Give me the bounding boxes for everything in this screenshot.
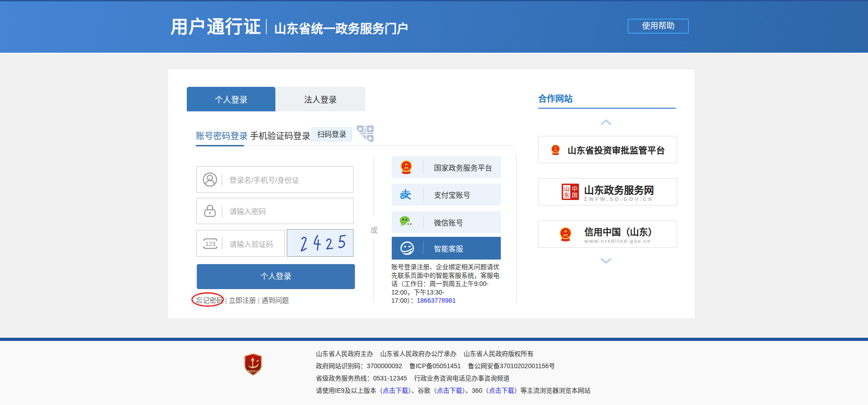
- svg-text:国: 国: [572, 192, 578, 199]
- svg-text:党政机关: 党政机关: [248, 370, 259, 373]
- svg-text:中: 中: [572, 185, 578, 192]
- svg-text:123: 123: [205, 240, 216, 247]
- svg-text:山: 山: [564, 186, 569, 192]
- svg-text:东: 东: [564, 192, 569, 199]
